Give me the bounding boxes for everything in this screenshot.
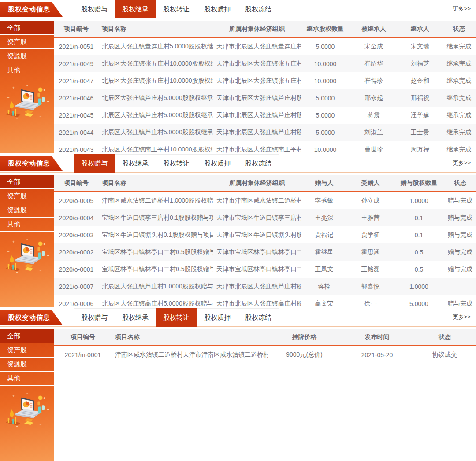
table-cell: 津南区咸水沽镇二道桥村1.0000股股权赠... xyxy=(98,192,213,209)
tab-freeze[interactable]: 股权冻结 xyxy=(238,308,279,326)
table-cell: 2021/n-0049 xyxy=(54,55,98,72)
tab-gift[interactable]: 股权赠与 xyxy=(74,0,115,18)
table-cell: 协议成交 xyxy=(413,346,476,363)
table-cell: 5.0000 xyxy=(301,107,350,124)
table-row[interactable]: 2021/n-0045北辰区大张庄镇芦庄村5.0000股股权继承...天津市北辰… xyxy=(54,107,476,124)
table-cell: 10.0000 xyxy=(301,72,350,89)
table-cell: 2020/o-0002 xyxy=(54,243,98,261)
tab-list: 股权赠与股权继承股权转让股权质押股权冻结 xyxy=(74,154,279,172)
sidebar-item-asset-share[interactable]: 资产股 xyxy=(0,343,54,358)
table-row[interactable]: 2020/o-0002宝坻区林亭口镇林亭口二村0.5股股权赠与...天津市宝坻区… xyxy=(54,243,476,261)
table-cell: 天津市北辰区大张庄镇芦庄村股份... xyxy=(213,278,301,295)
table-cell: 宋金成 xyxy=(350,37,398,55)
tab-inherit[interactable]: 股权继承 xyxy=(115,308,156,326)
sidebar-item-other[interactable]: 其他 xyxy=(0,63,54,77)
table-cell: 2020/o-0003 xyxy=(54,226,98,243)
table-row[interactable]: 2021/m-0001津南区咸水沽镇二道桥村天津市津南区咸水沽镇二道桥村股份经.… xyxy=(54,346,476,363)
table-cell: 郭喜悦 xyxy=(347,278,394,295)
sidebar-item-all[interactable]: 全部 xyxy=(0,329,54,343)
sidebar-item-resource-share[interactable]: 资源股 xyxy=(0,358,54,372)
more-link[interactable]: 更多>> xyxy=(453,5,476,13)
table-cell: 2021/o-0007 xyxy=(54,278,98,295)
table-cell: 赠与完成 xyxy=(444,192,476,209)
table-row[interactable]: 2020/o-0003宝坻区牛道口镇塘头村0.1股股权赠与项目天津市宝坻区牛道口… xyxy=(54,226,476,243)
tab-inherit[interactable]: 股权继承 xyxy=(115,0,156,18)
tab-freeze[interactable]: 股权冻结 xyxy=(238,0,279,18)
sidebar-item-other[interactable]: 其他 xyxy=(0,372,54,386)
table-cell: 天津市宝坻区牛道口镇塘头村股份... xyxy=(213,226,301,243)
tab-bar: 股权变动信息 股权赠与股权继承股权转让股权质押股权冻结 更多>> xyxy=(0,154,476,173)
table-cell: 5.0000 xyxy=(301,37,350,55)
table-header-row: 项目编号项目名称挂牌价格发布时间状态 xyxy=(54,329,476,346)
table-row[interactable]: 2021/n-0051北辰区大张庄镇董连庄村5.0000股股权继...天津市北辰… xyxy=(54,37,476,55)
sidebar-item-all[interactable]: 全部 xyxy=(0,21,54,35)
table-row[interactable]: 2020/o-0001宝坻区林亭口镇林亭口二村0.5股股权赠与...天津市宝坻区… xyxy=(54,261,476,278)
more-link[interactable]: 更多>> xyxy=(453,159,476,167)
sidebar-item-asset-share[interactable]: 资产股 xyxy=(0,35,54,49)
tab-pledge[interactable]: 股权质押 xyxy=(197,308,238,326)
equity-transfer-section: 股权变动信息 股权赠与股权继承股权转让股权质押股权冻结 更多>> 全部资产股资源… xyxy=(0,308,476,461)
column-header: 状态 xyxy=(413,329,476,346)
table-cell: 宝坻区牛道口镇塘头村0.1股股权赠与项目 xyxy=(98,226,213,243)
tab-pledge[interactable]: 股权质押 xyxy=(197,154,238,172)
table-cell: 北辰区大张庄镇董连庄村5.0000股股权继... xyxy=(98,37,213,55)
tab-gift[interactable]: 股权赠与 xyxy=(74,308,115,326)
sidebar-item-resource-share[interactable]: 资源股 xyxy=(0,49,54,63)
table-cell: 2021/n-0045 xyxy=(54,107,98,124)
more-link[interactable]: 更多>> xyxy=(453,313,476,321)
table-row[interactable]: 2020/o-0005津南区咸水沽镇二道桥村1.0000股股权赠...天津市津南… xyxy=(54,192,476,209)
table-cell: 天津市北辰区大张庄镇董连庄村股... xyxy=(213,37,301,55)
tab-gift[interactable]: 股权赠与 xyxy=(74,154,115,173)
laptop-charts-illustration xyxy=(4,239,50,276)
laptop-charts-illustration xyxy=(4,85,50,122)
table-cell: 津南区咸水沽镇二道桥村天津市津南区咸水沽镇二道桥村股份经... xyxy=(112,346,268,363)
table-cell: 霍继星 xyxy=(301,243,347,261)
section-title-banner: 股权变动信息 xyxy=(0,310,63,325)
table-row[interactable]: 2020/o-0004宝坻区牛道口镇李三店村0.1股股权赠与项目天津市宝坻区牛道… xyxy=(54,209,476,226)
table-row[interactable]: 2021/n-0043北辰区大张庄镇南王平村10.0000股股权继...天津市北… xyxy=(54,141,476,153)
table-cell: 王兆深 xyxy=(301,209,347,226)
table-cell: 1.0000 xyxy=(394,192,444,209)
table-cell: 继承完成 xyxy=(442,124,476,141)
tab-transfer[interactable]: 股权转让 xyxy=(156,0,197,18)
column-header: 状态 xyxy=(444,175,476,192)
table-cell: 10.0000 xyxy=(301,55,350,72)
tab-bar: 股权变动信息 股权赠与股权继承股权转让股权质押股权冻结 更多>> xyxy=(0,308,476,327)
table-cell: 9000元(总价) xyxy=(268,346,341,363)
table-cell: 孙立成 xyxy=(347,192,394,209)
table-cell: 北辰区大张庄镇张五庄村10.0000股股权继... xyxy=(98,55,213,72)
table-cell: 宝坻区林亭口镇林亭口二村0.5股股权赠与... xyxy=(98,243,213,261)
table-row[interactable]: 2021/n-0046北辰区大张庄镇芦庄村5.0000股股权继承...天津市北辰… xyxy=(54,89,476,107)
laptop-charts-illustration xyxy=(4,393,50,430)
section-content: 全部资产股资源股其他 xyxy=(0,329,476,461)
table-row[interactable]: 2021/o-0006北辰区大张庄镇高庄村5.0000股股权赠与...天津市北辰… xyxy=(54,295,476,307)
sidebar-item-all[interactable]: 全部 xyxy=(0,175,54,189)
equity-change-page: 股权变动信息 股权赠与股权继承股权转让股权质押股权冻结 更多>> 全部资产股资源… xyxy=(0,0,476,461)
table-cell: 李秀敏 xyxy=(301,192,347,209)
table-row[interactable]: 2021/n-0044北辰区大张庄镇芦庄村5.0000股股权继承...天津市北辰… xyxy=(54,124,476,141)
table-cell: 1.0000 xyxy=(394,278,444,295)
table-cell: 2020/o-0001 xyxy=(54,261,98,278)
table-row[interactable]: 2021/n-0049北辰区大张庄镇张五庄村10.0000股股权继...天津市北… xyxy=(54,55,476,72)
transfer-table-wrap: 项目编号项目名称挂牌价格发布时间状态 2021/m-0001津南区咸水沽镇二道桥… xyxy=(54,329,476,461)
sidebar-item-other[interactable]: 其他 xyxy=(0,218,54,232)
table-cell: 北辰区大张庄镇芦庄村5.0000股股权继承... xyxy=(98,107,213,124)
tab-inherit[interactable]: 股权继承 xyxy=(115,154,156,172)
table-cell: 周万禄 xyxy=(398,141,442,153)
transfer-table: 项目编号项目名称挂牌价格发布时间状态 2021/m-0001津南区咸水沽镇二道桥… xyxy=(54,329,476,363)
tab-transfer[interactable]: 股权转让 xyxy=(156,308,197,327)
sidebar-item-asset-share[interactable]: 资产股 xyxy=(0,189,54,203)
section-content: 全部资产股资源股其他 xyxy=(0,175,476,307)
column-header: 被继承人 xyxy=(350,21,398,37)
table-row[interactable]: 2021/o-0007北辰区大张庄镇芦庄村1.0000股股权赠与...天津市北辰… xyxy=(54,278,476,295)
table-header-row: 项目编号项目名称所属村集体经济组织继承股权数量被继承人继承人状态 xyxy=(54,21,476,37)
tab-transfer[interactable]: 股权转让 xyxy=(156,154,197,172)
table-cell: 2021-05-20 xyxy=(341,346,413,363)
table-cell: 宝坻区林亭口镇林亭口二村0.5股股权赠与... xyxy=(98,261,213,278)
table-row[interactable]: 2021/n-0047北辰区大张庄镇张五庄村10.0000股股权继...天津市北… xyxy=(54,72,476,89)
table-cell: 2020/o-0005 xyxy=(54,192,98,209)
table-cell: 刘福芝 xyxy=(398,55,442,72)
tab-freeze[interactable]: 股权冻结 xyxy=(238,154,279,172)
sidebar-item-resource-share[interactable]: 资源股 xyxy=(0,203,54,218)
tab-pledge[interactable]: 股权质押 xyxy=(197,0,238,18)
